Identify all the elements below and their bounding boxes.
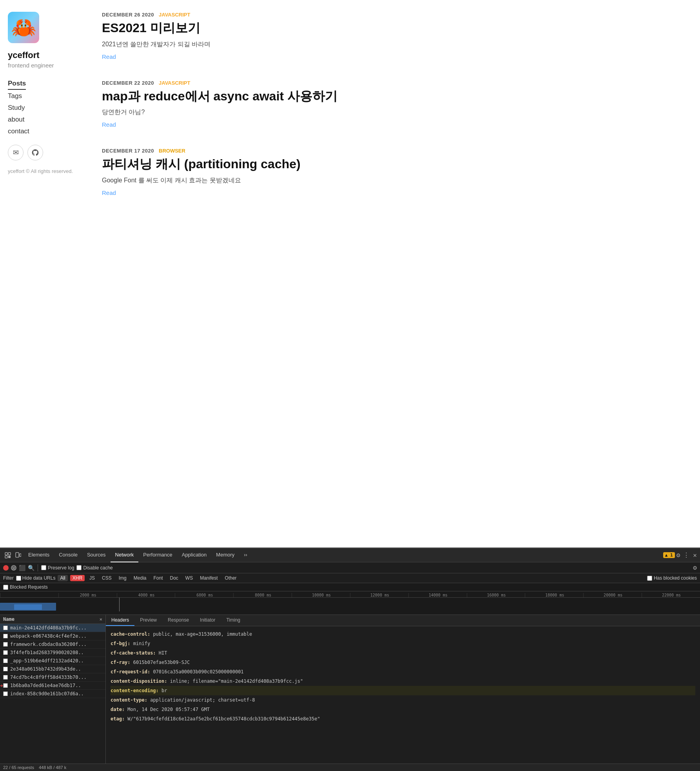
read-link-1[interactable]: Read <box>102 121 116 128</box>
post-title-2: 파티셔닝 캐시 (partitioning cache) <box>102 156 684 173</box>
avatar-image: 🦀 <box>11 17 36 38</box>
main-content: DECEMBER 26 2020 JAVASCRIPT ES2021 미리보기 … <box>86 0 700 235</box>
nav-item-tags[interactable]: Tags <box>8 91 78 102</box>
page-container: 🦀 yceffort frontend engineer Posts Tags … <box>0 0 700 235</box>
post-tag-1: JAVASCRIPT <box>159 80 190 86</box>
nav-link-tags[interactable]: Tags <box>8 91 78 102</box>
post-meta-1: DECEMBER 22 2020 JAVASCRIPT <box>102 80 684 86</box>
email-button[interactable]: ✉ <box>8 145 24 160</box>
post-meta-0: DECEMBER 26 2020 JAVASCRIPT <box>102 12 684 18</box>
social-icons: ✉ <box>8 145 78 160</box>
nav-link-study[interactable]: Study <box>8 102 78 113</box>
post-meta-2: DECEMBER 17 2020 BROWSER <box>102 148 684 154</box>
footer-text: yceffort © All rights reserved. <box>8 168 78 174</box>
post-date-2: DECEMBER 17 2020 <box>102 148 154 154</box>
nav-list: Posts Tags Study about contact <box>8 78 78 137</box>
read-link-0[interactable]: Read <box>102 53 116 60</box>
sidebar: 🦀 yceffort frontend engineer Posts Tags … <box>0 0 86 235</box>
nav-item-contact[interactable]: contact <box>8 126 78 137</box>
post-desc-0: 2021년엔 쓸만한 개발자가 되길 바라며 <box>102 40 684 49</box>
github-icon <box>31 149 39 156</box>
username: yceffort <box>8 50 78 60</box>
post-title-0: ES2021 미리보기 <box>102 20 684 36</box>
nav-link-about[interactable]: about <box>8 114 78 125</box>
post-date-0: DECEMBER 26 2020 <box>102 12 154 18</box>
post-item-0: DECEMBER 26 2020 JAVASCRIPT ES2021 미리보기 … <box>102 12 684 64</box>
nav-link-contact[interactable]: contact <box>8 126 78 137</box>
nav-link-posts[interactable]: Posts <box>8 78 26 90</box>
avatar-container: 🦀 <box>8 12 78 43</box>
post-item-2: DECEMBER 17 2020 BROWSER 파티셔닝 캐시 (partit… <box>102 148 684 200</box>
post-date-1: DECEMBER 22 2020 <box>102 80 154 86</box>
user-title: frontend engineer <box>8 62 78 69</box>
read-link-2[interactable]: Read <box>102 189 116 196</box>
post-desc-1: 당연한거 아님? <box>102 108 684 116</box>
nav-item-study[interactable]: Study <box>8 102 78 113</box>
nav-item-about[interactable]: about <box>8 114 78 125</box>
post-tag-0: JAVASCRIPT <box>159 12 190 18</box>
avatar: 🦀 <box>8 12 39 43</box>
post-desc-2: Google Font 를 써도 이제 캐시 효과는 못받겠네요 <box>102 176 684 185</box>
post-item-1: DECEMBER 22 2020 JAVASCRIPT map과 reduce에… <box>102 80 684 133</box>
nav-item-posts[interactable]: Posts <box>8 78 78 90</box>
post-tag-2: BROWSER <box>159 148 185 154</box>
github-button[interactable] <box>27 145 43 160</box>
post-title-1: map과 reduce에서 async await 사용하기 <box>102 88 684 105</box>
